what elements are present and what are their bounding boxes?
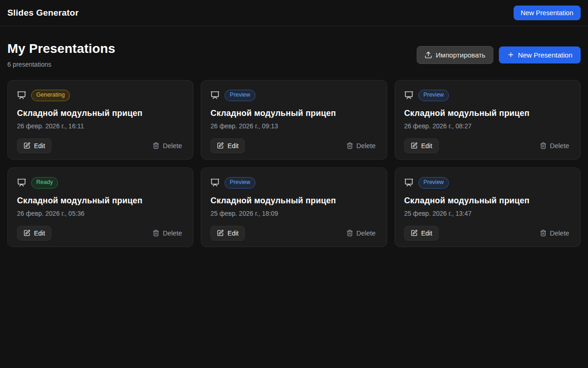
delete-button-label: Delete <box>163 142 182 150</box>
card-footer: Edit Delete <box>17 226 184 241</box>
edit-button-label: Edit <box>227 142 238 150</box>
toolbar-new-presentation-button[interactable]: New Presentation <box>499 46 581 63</box>
card-top-row: Preview <box>210 90 377 101</box>
presentation-icon <box>210 178 220 187</box>
delete-button[interactable]: Delete <box>151 227 184 240</box>
presentation-card: Preview Складной модульный прицеп 26 фев… <box>395 80 581 160</box>
page-head: My Presentations 6 presentations Импорти… <box>7 41 581 68</box>
card-top-row: Preview <box>404 177 571 189</box>
card-footer: Edit Delete <box>17 138 184 153</box>
status-badge: Ready <box>31 177 58 189</box>
edit-icon <box>411 142 418 149</box>
main-content: My Presentations 6 presentations Импорти… <box>0 26 588 247</box>
card-footer: Edit Delete <box>210 226 377 241</box>
card-date: 26 февр. 2026 г., 08:27 <box>404 122 571 130</box>
import-button-label: Импортировать <box>436 51 486 59</box>
edit-button[interactable]: Edit <box>17 226 51 241</box>
card-top-row: Generating <box>17 90 184 101</box>
page-actions: Импортировать New Presentation <box>417 46 581 64</box>
edit-icon <box>23 230 30 236</box>
edit-button-label: Edit <box>34 230 45 237</box>
card-title: Складной модульный прицеп <box>17 109 184 118</box>
presentations-count: 6 presentations <box>7 61 115 68</box>
card-date: 26 февр. 2026 г., 09:13 <box>210 122 377 130</box>
delete-button-label: Delete <box>550 230 569 237</box>
edit-icon <box>411 230 418 236</box>
status-badge: Preview <box>225 177 255 189</box>
edit-icon <box>217 230 224 236</box>
toolbar-new-presentation-label: New Presentation <box>518 51 572 59</box>
trash-icon <box>346 142 353 149</box>
presentation-icon <box>404 91 413 100</box>
edit-button[interactable]: Edit <box>210 138 245 153</box>
plus-icon <box>507 51 514 58</box>
trash-icon <box>540 230 547 236</box>
trash-icon <box>153 230 159 236</box>
delete-button[interactable]: Delete <box>345 139 378 152</box>
page-title: My Presentations <box>7 41 115 56</box>
app-header: Slides Generator New Presentation <box>0 0 588 26</box>
status-badge: Preview <box>418 177 449 189</box>
header-new-presentation-label: New Presentation <box>521 9 573 17</box>
card-date: 26 февр. 2026 г., 16:11 <box>17 122 184 130</box>
presentation-icon <box>404 178 413 187</box>
presentation-card: Preview Складной модульный прицеп 25 фев… <box>395 167 581 247</box>
card-top-row: Preview <box>210 177 377 189</box>
edit-button-label: Edit <box>421 142 432 150</box>
edit-icon <box>23 142 30 149</box>
card-title: Складной модульный прицеп <box>210 109 377 118</box>
trash-icon <box>153 142 159 149</box>
card-top-row: Ready <box>17 177 184 189</box>
card-top-row: Preview <box>404 90 571 101</box>
presentation-icon <box>210 91 220 100</box>
edit-button[interactable]: Edit <box>404 138 439 153</box>
edit-icon <box>217 142 224 149</box>
card-date: 26 февр. 2026 г., 05:36 <box>17 210 184 217</box>
delete-button-label: Delete <box>356 230 376 237</box>
trash-icon <box>346 230 353 236</box>
delete-button[interactable]: Delete <box>538 139 571 152</box>
presentations-grid: Generating Складной модульный прицеп 26 … <box>7 80 581 247</box>
trash-icon <box>540 142 547 149</box>
edit-button-label: Edit <box>421 230 432 237</box>
presentation-icon <box>17 178 26 187</box>
status-badge: Generating <box>31 90 70 101</box>
card-title: Складной модульный прицеп <box>210 196 377 206</box>
edit-button-label: Edit <box>227 230 238 237</box>
delete-button-label: Delete <box>356 142 376 150</box>
presentation-card: Preview Складной модульный прицеп 25 фев… <box>201 167 387 247</box>
presentation-card: Ready Складной модульный прицеп 26 февр.… <box>7 167 193 247</box>
presentation-card: Preview Складной модульный прицеп 26 фев… <box>201 80 387 160</box>
header-new-presentation-button[interactable]: New Presentation <box>514 6 581 20</box>
card-footer: Edit Delete <box>404 138 571 153</box>
card-footer: Edit Delete <box>404 226 571 241</box>
delete-button[interactable]: Delete <box>538 227 571 240</box>
edit-button-label: Edit <box>34 142 45 150</box>
delete-button[interactable]: Delete <box>151 139 184 152</box>
upload-icon <box>424 51 432 59</box>
presentation-card: Generating Складной модульный прицеп 26 … <box>7 80 193 160</box>
delete-button-label: Delete <box>550 142 569 150</box>
import-button[interactable]: Импортировать <box>417 46 493 64</box>
presentation-icon <box>17 91 26 100</box>
edit-button[interactable]: Edit <box>404 226 439 241</box>
delete-button-label: Delete <box>163 230 182 237</box>
card-title: Складной модульный прицеп <box>404 109 571 118</box>
card-title: Складной модульный прицеп <box>17 196 184 206</box>
page-head-left: My Presentations 6 presentations <box>7 41 115 68</box>
status-badge: Preview <box>418 90 449 101</box>
app-title: Slides Generator <box>7 8 79 18</box>
delete-button[interactable]: Delete <box>345 227 378 240</box>
card-title: Складной модульный прицеп <box>404 196 571 206</box>
card-date: 25 февр. 2026 г., 18:09 <box>210 210 377 217</box>
edit-button[interactable]: Edit <box>17 138 51 153</box>
status-badge: Preview <box>225 90 255 101</box>
edit-button[interactable]: Edit <box>210 226 245 241</box>
card-date: 25 февр. 2026 г., 13:47 <box>404 210 571 217</box>
card-footer: Edit Delete <box>210 138 377 153</box>
